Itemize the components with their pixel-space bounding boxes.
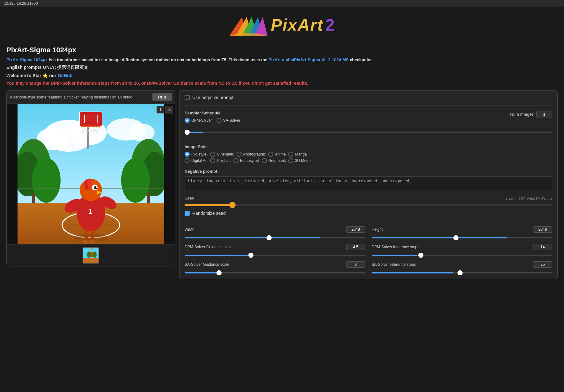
use-negative-prompt-label: Use negative prompt	[192, 95, 233, 100]
sampler-sa[interactable]: SA-Solver	[216, 118, 240, 123]
sampler-sa-label: SA-Solver	[223, 118, 240, 123]
logo-text: PixArt	[271, 16, 323, 34]
svg-point-42	[73, 234, 108, 242]
address-label: 10.136.19.26:11900	[4, 1, 38, 6]
sa-params-group: SA-Solver Guidance scale SA-Solver infer…	[185, 261, 552, 274]
sa-guidance-input[interactable]	[346, 261, 365, 268]
svg-point-18	[121, 158, 150, 203]
width-label: Width	[185, 227, 194, 232]
style-manga-label: Manga	[295, 152, 307, 156]
dpm-params-group: DPM-Solver Guidance scale DPM-Solver inf…	[185, 244, 552, 257]
style-anime-label: Anime	[275, 152, 286, 156]
seed-track	[185, 204, 552, 206]
prompt-input[interactable]	[10, 95, 150, 99]
seed-slider-wrapper	[185, 204, 552, 206]
sigma-link[interactable]: PixArt-Sigma 1024px	[6, 57, 48, 62]
sampler-sa-radio[interactable]	[216, 118, 222, 123]
width-slider[interactable]	[185, 237, 365, 238]
style-cinematic-radio[interactable]	[210, 152, 215, 157]
style-3dmodel[interactable]: 3D Model	[288, 158, 311, 163]
divider1	[185, 105, 552, 105]
sampler-dpm-label: DPM-Solver	[191, 118, 212, 123]
sa-steps-label: SA-Solver inference steps	[372, 262, 416, 267]
style-digitalart[interactable]: Digital Art	[185, 158, 208, 163]
width-input[interactable]	[346, 226, 365, 233]
welcome-text: Welcome to Star ⭐ our	[6, 73, 58, 78]
svg-rect-24	[80, 112, 102, 126]
height-input[interactable]	[533, 226, 552, 233]
width-height-group: Width Height	[185, 226, 552, 239]
style-anime-radio[interactable]	[268, 152, 273, 157]
svg-point-17	[32, 158, 61, 203]
dpm-guidance-slider[interactable]	[185, 255, 365, 256]
style-manga[interactable]: Manga	[288, 152, 307, 157]
style-digitalart-radio[interactable]	[185, 158, 190, 163]
style-nostyle[interactable]: (No style)	[185, 152, 208, 157]
style-fantasyart[interactable]: Fantasy art	[233, 158, 259, 163]
dpm-steps-group: DPM-Solver inference steps	[372, 244, 553, 257]
run-button[interactable]: Run	[152, 93, 172, 101]
height-group: Height	[372, 226, 553, 239]
dpm-guidance-input[interactable]	[346, 244, 365, 250]
num-images-input[interactable]	[536, 111, 552, 118]
sampler-dpm-radio[interactable]	[185, 118, 190, 123]
sa-guidance-group: SA-Solver Guidance scale	[185, 261, 365, 274]
sampler-numimages-row: Sampler Schedule DPM-Solver SA-Solver Nu	[185, 111, 552, 123]
style-cinematic[interactable]: Cinematic	[210, 152, 234, 157]
style-pixelart-radio[interactable]	[210, 158, 215, 163]
logo-icon	[229, 11, 267, 39]
seed-value: 7.1%	[506, 196, 514, 200]
style-photographic[interactable]: Photographic	[237, 152, 266, 157]
style-nostyle-radio[interactable]	[185, 152, 190, 157]
style-row2: Digital Art Pixel art Fantasy art Neonpu…	[185, 158, 552, 163]
num-images-section: Num Images	[510, 111, 552, 118]
num-images-label: Num Images	[510, 112, 534, 117]
image-thumbnail[interactable]	[83, 247, 99, 264]
sa-guidance-slider[interactable]	[185, 272, 365, 273]
style-neonpunk-radio[interactable]	[262, 158, 267, 163]
style-fantasyart-radio[interactable]	[233, 158, 238, 163]
dpm-steps-label: DPM-Solver inference steps	[372, 245, 419, 249]
github-link[interactable]: GitHub	[58, 73, 73, 78]
style-3dmodel-radio[interactable]	[288, 158, 293, 163]
seed-section: Seed 7.1% 1/14 steps | 4.0/28.6s	[185, 196, 552, 206]
right-panel: Use negative prompt Sampler Schedule DPM…	[179, 90, 558, 279]
seed-thumb[interactable]	[229, 202, 236, 208]
dpm-guidance-header: DPM-Solver Guidance scale	[185, 244, 365, 250]
left-panel: Run	[6, 90, 175, 266]
randomize-seed-checkbox[interactable]	[185, 211, 190, 216]
dpm-steps-input[interactable]	[533, 244, 552, 250]
style-manga-radio[interactable]	[288, 152, 293, 157]
style-cinematic-label: Cinematic	[217, 152, 234, 156]
style-anime[interactable]: Anime	[268, 152, 286, 157]
sa-steps-input[interactable]	[533, 261, 552, 268]
generated-image-svg: 1	[18, 104, 164, 244]
download-button[interactable]: ⬇	[157, 106, 164, 113]
seed-steps-info: 1/14 steps | 4.0/28.6s	[519, 196, 552, 200]
sampler-dpm[interactable]: DPM-Solver	[185, 118, 212, 123]
divider2	[185, 139, 552, 139]
style-neonpunk[interactable]: Neonpunk	[262, 158, 286, 163]
use-negative-prompt-checkbox[interactable]	[185, 95, 190, 100]
dpm-steps-slider[interactable]	[372, 255, 553, 256]
svg-point-31	[94, 186, 97, 189]
logo-num: 2	[326, 16, 335, 34]
svg-point-47	[93, 251, 97, 258]
workspace: Run	[6, 90, 558, 279]
num-images-slider[interactable]	[185, 132, 552, 133]
style-pixelart[interactable]: Pixel art	[210, 158, 231, 163]
description: PixArt-Sigma 1024px is a transformer-bas…	[6, 57, 558, 62]
height-slider[interactable]	[372, 237, 553, 238]
width-header: Width	[185, 226, 365, 233]
randomize-seed-row: Randomize seed	[185, 211, 552, 216]
checkpoint-link[interactable]: PixArt-alpha/PixArt-Sigma-XL-2-1024-MS	[268, 57, 348, 62]
svg-text:1: 1	[88, 207, 92, 215]
style-nostyle-label: (No style)	[191, 152, 208, 156]
negative-prompt-textarea[interactable]	[185, 176, 552, 190]
style-photographic-radio[interactable]	[237, 152, 242, 157]
close-button[interactable]: ✕	[165, 106, 173, 113]
sa-steps-slider[interactable]	[372, 272, 553, 273]
image-style-label: Image Style	[185, 144, 552, 149]
svg-point-35	[87, 178, 92, 187]
svg-rect-44	[83, 258, 99, 264]
